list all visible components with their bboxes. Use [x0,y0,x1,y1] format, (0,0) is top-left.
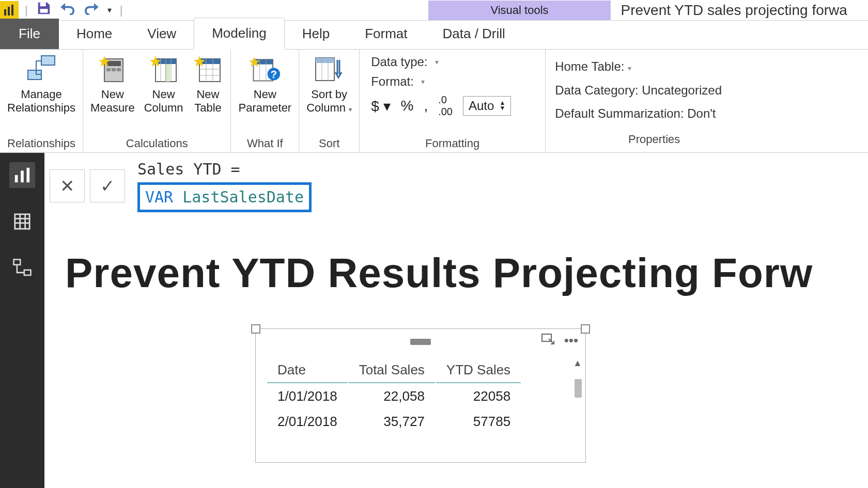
new-parameter-label: New Parameter [238,88,291,115]
formula-editor[interactable]: Sales YTD = VAR LastSalesDate [130,159,312,212]
group-properties: Home Table: ▾ Data Category: Uncategoriz… [546,50,763,152]
quick-access-toolbar: | ▾ | [19,1,129,20]
save-icon[interactable] [36,1,52,20]
nav-report-icon[interactable] [9,162,35,188]
nav-data-icon[interactable] [9,209,35,234]
new-column-button[interactable]: New Column [144,54,183,115]
default-summarization-label[interactable]: Default Summarization: Don't [555,102,753,125]
svg-rect-46 [14,260,21,265]
document-title: Prevent YTD sales projecting forwa [621,2,847,19]
tab-home[interactable]: Home [59,19,130,49]
svg-rect-39 [21,171,24,183]
new-parameter-icon: ? [250,54,281,85]
app-icon [0,1,19,20]
group-whatif: ? New Parameter What If [231,50,299,152]
undo-icon[interactable] [60,2,75,19]
svg-rect-8 [106,61,121,66]
focus-mode-icon[interactable] [541,333,555,349]
sort-label: Sort by Column [306,88,347,114]
more-options-icon[interactable]: ••• [564,333,578,349]
group-relationships: Manage Relationships Relationships [0,50,83,152]
left-nav [0,153,44,488]
tab-modeling[interactable]: Modeling [194,18,285,50]
group-label-formatting: Formatting [371,134,534,150]
group-calculations: New Measure New Column New Table Calcula… [83,50,231,152]
svg-rect-38 [15,175,18,182]
group-label-properties: Properties [555,125,753,150]
sort-by-column-button[interactable]: Sort by Column ▾ [306,54,352,115]
svg-rect-4 [40,9,48,13]
new-column-label: New Column [144,88,183,115]
svg-rect-41 [15,214,29,229]
currency-icon[interactable]: $ ▾ [371,98,390,115]
manage-relationships-button[interactable]: Manage Relationships [7,54,75,115]
thousands-icon[interactable]: , [424,98,428,114]
group-label-calculations: Calculations [90,134,223,150]
data-category-label[interactable]: Data Category: Uncategorized [555,78,753,102]
redo-icon[interactable] [84,2,99,19]
col-ytd-sales[interactable]: YTD Sales [436,358,521,383]
svg-rect-11 [117,68,121,71]
chevron-down-icon[interactable]: ▾ [421,77,425,86]
tab-file[interactable]: File [0,19,59,49]
svg-rect-5 [41,56,55,65]
group-label-relationships: Relationships [7,134,75,150]
decimal-icon[interactable]: .0.00 [438,94,453,118]
formula-cancel-button[interactable]: ✕ [50,169,85,202]
table-visual[interactable]: ••• Date Total Sales YTD Sales 1/01/2018… [255,328,586,463]
group-sort: Sort by Column ▾ Sort [299,50,360,152]
svg-rect-40 [27,168,30,182]
relationships-icon [26,54,57,85]
new-measure-label: New Measure [90,88,135,115]
formula-line-2-highlight: VAR LastSalesDate [137,182,312,213]
chevron-down-icon[interactable]: ▾ [628,64,631,72]
tab-format[interactable]: Format [347,19,425,49]
data-type-label: Data type: [371,55,427,69]
new-table-icon [192,54,223,85]
title-bar: | ▾ | Visual tools Prevent YTD sales pro… [0,0,868,21]
formula-line-1: Sales YTD = [137,159,312,180]
formula-accept-button[interactable]: ✓ [90,169,125,202]
ribbon: Manage Relationships Relationships New M… [0,50,868,153]
svg-rect-0 [4,9,6,15]
table-row: 2/01/2018 35,727 57785 [267,410,521,434]
new-table-label: New Table [194,88,222,115]
group-label-sort: Sort [306,134,352,150]
tab-help[interactable]: Help [285,19,347,49]
workspace: ✕ ✓ Sales YTD = VAR LastSalesDate Preven… [0,153,868,488]
tab-view[interactable]: View [130,19,194,49]
new-measure-icon [97,54,128,85]
svg-rect-9 [106,68,111,71]
group-formatting: Data type: ▾ Format: ▾ $ ▾ % , .0.00 Aut… [360,50,546,152]
new-measure-button[interactable]: New Measure [90,54,135,115]
new-column-icon [148,54,179,85]
decimal-places-stepper[interactable]: Auto▲▼ [463,96,511,116]
percent-icon[interactable]: % [401,98,414,114]
new-parameter-button[interactable]: ? New Parameter [238,54,291,115]
manage-relationships-label: Manage Relationships [7,88,75,115]
ribbon-tabs: File Home View Modeling Help Format Data… [0,21,868,50]
col-date[interactable]: Date [267,358,348,383]
group-label-whatif: What If [238,134,291,150]
svg-rect-3 [40,3,45,7]
col-total-sales[interactable]: Total Sales [349,358,435,383]
data-table: Date Total Sales YTD Sales 1/01/2018 22,… [266,357,522,435]
new-table-button[interactable]: New Table [192,54,223,115]
svg-rect-35 [316,58,334,63]
scroll-thumb[interactable] [575,379,582,398]
table-row: 1/01/2018 22,058 22058 [267,384,521,408]
page-title: Prevent YTD Results Projecting Forw [44,218,868,297]
report-canvas[interactable]: ✕ ✓ Sales YTD = VAR LastSalesDate Preven… [44,153,868,488]
svg-rect-47 [24,270,31,275]
formula-bar: ✕ ✓ Sales YTD = VAR LastSalesDate [44,153,868,218]
sort-icon [314,54,345,85]
chevron-down-icon[interactable]: ▾ [435,58,439,66]
drag-grip-icon[interactable] [410,339,431,342]
scroll-up-icon[interactable]: ▲ [573,358,583,369]
tab-data-drill[interactable]: Data / Drill [425,19,523,49]
svg-text:?: ? [270,68,277,80]
svg-rect-1 [8,7,10,15]
visual-scrollbar[interactable]: ▲ [573,358,583,460]
qat-customize-icon[interactable]: ▾ [107,5,112,15]
nav-model-icon[interactable] [9,255,35,281]
